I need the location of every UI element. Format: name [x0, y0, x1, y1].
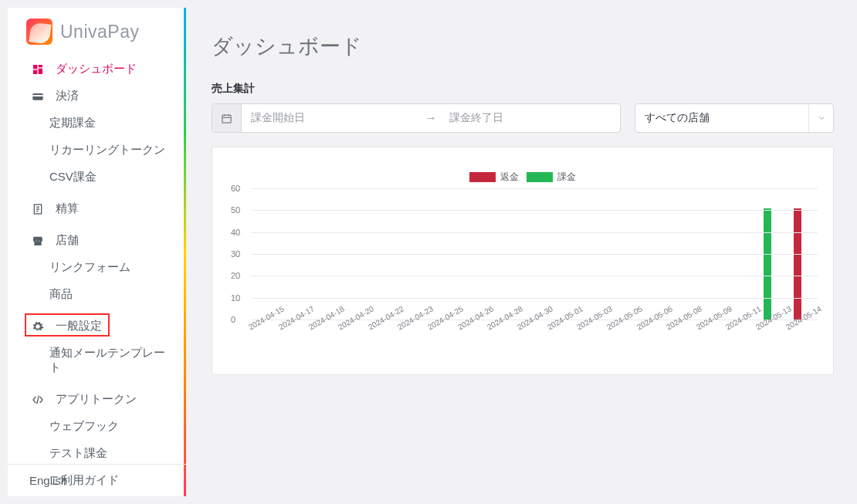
- bar-group: [764, 208, 771, 320]
- language-switcher[interactable]: English: [8, 464, 186, 496]
- sidebar-item-label: リンクフォーム: [49, 260, 130, 275]
- chart-legend: 返金 課金: [228, 171, 818, 184]
- y-tick-label: 0: [231, 315, 235, 324]
- sidebar-item-products[interactable]: 商品: [8, 281, 186, 308]
- sidebar-item-stores[interactable]: 店舗: [8, 227, 186, 254]
- chart-plot-area: 0102030405060: [251, 188, 818, 320]
- date-end-placeholder: 課金終了日: [440, 111, 620, 125]
- grid-line: [251, 254, 818, 255]
- page-title: ダッシュボード: [212, 32, 834, 60]
- sidebar-item-label: ダッシュボード: [56, 62, 137, 76]
- legend-charge-label: 課金: [557, 171, 576, 184]
- svg-rect-0: [33, 65, 37, 69]
- sidebar-item-label: 精算: [56, 201, 79, 216]
- calendar-icon: [212, 104, 242, 132]
- sidebar-item-apptoken[interactable]: アプリトークン: [8, 386, 186, 413]
- sidebar-item-linkform[interactable]: リンクフォーム: [8, 254, 186, 281]
- y-tick-label: 10: [231, 293, 240, 303]
- arrow-right-icon: →: [422, 111, 440, 125]
- dashboard-icon: [31, 63, 45, 76]
- brand-name: UnivaPay: [60, 22, 139, 42]
- sidebar-item-testcharge[interactable]: テスト課金: [8, 440, 186, 467]
- chart-x-axis: 2024-04-152024-04-172024-04-182024-04-20…: [251, 320, 818, 355]
- stores-icon: [31, 235, 45, 247]
- sidebar-item-recurring[interactable]: 定期課金: [8, 110, 186, 137]
- sidebar-item-payments[interactable]: 決済: [8, 83, 186, 110]
- svg-rect-7: [34, 241, 41, 245]
- filter-controls: 課金開始日 → 課金終了日 すべての店舗: [212, 103, 834, 133]
- bar[interactable]: [764, 208, 771, 320]
- main-content: ダッシュボード 売上集計 課金開始日 → 課金終了日 すべての店舗: [187, 8, 849, 496]
- logo-icon: [26, 19, 53, 45]
- y-tick-label: 20: [231, 271, 240, 280]
- sidebar-item-label: 通知メールテンプレート: [49, 346, 169, 375]
- sidebar-item-rtoken[interactable]: リカーリングトークン: [8, 137, 186, 164]
- sidebar-item-label: テスト課金: [49, 446, 107, 461]
- sidebar-item-label: 定期課金: [49, 116, 96, 130]
- settings-icon: [31, 320, 45, 333]
- svg-rect-8: [222, 115, 231, 123]
- legend-charge[interactable]: 課金: [527, 171, 576, 184]
- store-select-value: すべての店舗: [645, 111, 710, 125]
- y-tick-label: 40: [231, 228, 240, 237]
- grid-line: [251, 276, 818, 276]
- sidebar-item-label: 商品: [49, 287, 73, 302]
- y-tick-label: 50: [231, 205, 240, 215]
- store-select[interactable]: すべての店舗: [635, 103, 834, 133]
- sidebar-item-webhook[interactable]: ウェブフック: [8, 413, 186, 440]
- sidebar-item-settlement[interactable]: 精算: [8, 195, 186, 222]
- sidebar-item-mailtpl[interactable]: 通知メールテンプレート: [8, 340, 186, 381]
- svg-rect-3: [33, 69, 37, 73]
- svg-rect-4: [32, 93, 42, 100]
- chevron-down-icon: [808, 104, 833, 132]
- settlement-icon: [31, 203, 45, 215]
- sidebar-item-label: ウェブフック: [49, 419, 119, 434]
- grid-line: [251, 232, 818, 233]
- sidebar-item-label: 店舗: [56, 233, 79, 248]
- sidebar-item-csv[interactable]: CSV課金: [8, 164, 186, 191]
- svg-rect-5: [32, 95, 42, 96]
- svg-rect-2: [39, 68, 42, 73]
- sales-summary-label: 売上集計: [212, 82, 834, 96]
- date-range-field[interactable]: 課金開始日 → 課金終了日: [212, 103, 621, 133]
- nav: ダッシュボード決済定期課金リカーリングトークンCSV課金精算店舗リンクフォーム商…: [8, 56, 186, 494]
- sidebar-item-dashboard[interactable]: ダッシュボード: [8, 56, 186, 83]
- accent-strip: [184, 8, 186, 496]
- grid-line: [251, 210, 818, 211]
- brand[interactable]: UnivaPay: [8, 19, 186, 56]
- payments-icon: [31, 90, 45, 103]
- bar-group: [794, 208, 801, 320]
- legend-refund-swatch: [469, 172, 496, 182]
- sidebar-item-settings[interactable]: 一般設定: [8, 313, 186, 340]
- language-label: English: [29, 474, 67, 487]
- sidebar-item-label: CSV課金: [49, 170, 97, 184]
- sidebar-item-label: 一般設定: [56, 319, 102, 333]
- grid-line: [251, 298, 818, 299]
- sidebar-item-label: リカーリングトークン: [49, 143, 165, 157]
- y-tick-label: 30: [231, 249, 240, 259]
- sidebar-item-label: 決済: [56, 89, 79, 103]
- svg-rect-1: [39, 65, 42, 67]
- legend-charge-swatch: [527, 172, 553, 182]
- legend-refund[interactable]: 返金: [469, 171, 519, 184]
- sidebar: UnivaPay ダッシュボード決済定期課金リカーリングトークンCSV課金精算店…: [8, 8, 187, 496]
- grid-line: [251, 188, 818, 189]
- legend-refund-label: 返金: [500, 171, 519, 184]
- y-tick-label: 60: [231, 184, 240, 193]
- bar[interactable]: [794, 208, 801, 320]
- sidebar-item-label: アプリトークン: [56, 392, 137, 407]
- sales-chart: 返金 課金 0102030405060 2024-04-152024-04-17…: [212, 147, 834, 375]
- apptoken-icon: [31, 394, 45, 406]
- date-start-placeholder: 課金開始日: [242, 111, 422, 125]
